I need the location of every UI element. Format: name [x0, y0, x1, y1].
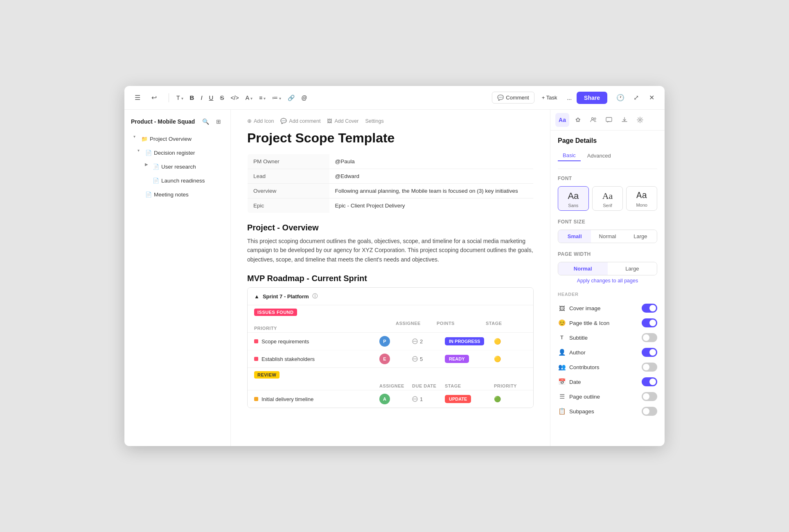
sprint-cols-review: ASSIGNEE DUE DATE STAGE PRIORITY: [248, 382, 533, 390]
width-large[interactable]: Large: [608, 262, 657, 275]
history-button[interactable]: 🕐: [614, 91, 627, 104]
more-button[interactable]: ...: [564, 93, 574, 103]
comment-icon: 💬: [497, 95, 504, 101]
width-normal[interactable]: Normal: [558, 262, 608, 275]
sidebar-item-user-research[interactable]: ▶ 📄 User research: [127, 160, 228, 173]
tab-download[interactable]: [618, 113, 631, 127]
list-button[interactable]: ≔: [270, 93, 284, 103]
text-type-button[interactable]: T: [174, 93, 186, 103]
bold-button[interactable]: B: [187, 92, 197, 103]
toggle-label-left: 🖼 Cover image: [558, 305, 601, 312]
toggle-contributors: 👥 Contributors: [558, 360, 657, 374]
info-table-row: Lead@Edward: [248, 169, 534, 184]
toggle-label-left: 😊 Page title & Icon: [558, 319, 609, 327]
link-button[interactable]: 🔗: [285, 93, 297, 103]
users-icon: [590, 117, 597, 123]
toggle-page-title-switch[interactable]: [642, 318, 657, 327]
toggle-contributors-switch[interactable]: [642, 363, 657, 372]
toggle-label-left: 📋 Subpages: [558, 408, 594, 415]
toggle-cover-image-switch[interactable]: [642, 304, 657, 313]
sprint-row: Initial delivery timeline A 1 UPDATE: [248, 390, 533, 408]
toggle-subpages-switch[interactable]: [642, 407, 657, 416]
menu-button[interactable]: ☰: [131, 91, 144, 104]
stage-badge: READY: [445, 355, 469, 363]
share-button[interactable]: Share: [577, 92, 607, 104]
apply-all-link[interactable]: Apply changes to all pages: [558, 278, 657, 284]
sprint-name: Sprint 7 - Platform: [263, 293, 309, 300]
collapse-icon[interactable]: ▲: [254, 293, 259, 300]
size-small[interactable]: Small: [558, 230, 591, 243]
search-icon[interactable]: 🔍: [200, 116, 211, 127]
toolbar-text-controls: T B I U S </> A ≡ ≔ 🔗 @: [174, 92, 489, 103]
italic-button[interactable]: I: [198, 92, 205, 103]
sidebar-item-meeting-notes[interactable]: 📄 Meeting notes: [127, 188, 228, 201]
main-area: Product - Mobile Squad 🔍 ⊞ ▾ 📁 Project O…: [124, 110, 665, 446]
tab-settings[interactable]: [633, 113, 647, 127]
underline-button[interactable]: U: [207, 92, 216, 103]
toggle-label: Author: [569, 349, 586, 356]
expand-button[interactable]: ⤢: [629, 91, 642, 104]
sprint-board: ▲ Sprint 7 - Platform ⓘ ISSUES FOUND ASS…: [247, 287, 534, 408]
toolbar: ☰ ↩ T B I U S </> A ≡ ≔: [124, 86, 665, 110]
font-option-sans[interactable]: Aa Sans: [558, 186, 589, 211]
task-dot-red: [254, 339, 258, 343]
points-icon: [412, 396, 418, 402]
subtab-basic[interactable]: Basic: [558, 150, 581, 161]
sprint-info-icon: ⓘ: [312, 293, 318, 300]
align-button[interactable]: ≡: [257, 93, 268, 103]
subtab-advanced[interactable]: Advanced: [582, 150, 616, 161]
comment-icon: 💬: [280, 118, 287, 124]
font-option-serif[interactable]: Aa Serif: [592, 186, 623, 211]
avatar: P: [379, 336, 390, 347]
comment-button[interactable]: 💬 Comment: [492, 92, 534, 104]
page-actions: ⊕ Add Icon 💬 Add comment 🖼 Add Cover Set…: [247, 118, 534, 124]
toggle-author-switch[interactable]: [642, 348, 657, 357]
settings-button[interactable]: Settings: [365, 118, 384, 124]
avatar: A: [379, 394, 390, 404]
chevron-down-icon: [264, 95, 266, 101]
add-comment-button[interactable]: 💬 Add comment: [280, 118, 320, 124]
tab-emoji[interactable]: ✿: [571, 113, 585, 127]
size-large[interactable]: Large: [624, 230, 657, 243]
info-key: Epic: [248, 198, 329, 213]
font-size-section-label: Font Size: [558, 219, 657, 225]
strike-button[interactable]: S: [217, 92, 226, 103]
page-icon: 📄: [153, 178, 159, 184]
size-normal[interactable]: Normal: [591, 230, 624, 243]
toggle-label: Page outline: [569, 394, 600, 400]
tab-font[interactable]: Aa: [555, 113, 569, 127]
font-option-mono[interactable]: Aa Mono: [626, 186, 657, 211]
section1-text: This project scoping document outlines t…: [247, 237, 534, 264]
toggle-label: Subpages: [569, 408, 594, 415]
mention-button[interactable]: @: [299, 93, 309, 103]
info-table-row: OverviewFollowing annual planning, the M…: [248, 184, 534, 198]
download-icon: [621, 117, 628, 123]
close-button[interactable]: ✕: [645, 91, 658, 104]
sidebar-item-launch-readiness[interactable]: 📄 Launch readiness: [127, 174, 228, 187]
code-button[interactable]: </>: [228, 93, 241, 103]
toggle-subtitle-switch[interactable]: [642, 333, 657, 342]
toggle-label: Page title & Icon: [569, 320, 609, 326]
add-cover-button[interactable]: 🖼 Add Cover: [327, 118, 358, 124]
svg-point-3: [416, 341, 417, 342]
info-table-row: PM Owner@Paula: [248, 154, 534, 169]
task-button[interactable]: + Task: [537, 92, 562, 103]
stage-badge: IN PROGRESS: [445, 337, 484, 345]
sidebar-item-project-overview[interactable]: ▾ 📁 Project Overview: [127, 132, 228, 145]
tab-users[interactable]: [586, 113, 600, 127]
sidebar-item-label: Project Overview: [150, 136, 192, 142]
info-key: Overview: [248, 184, 329, 198]
toggle-date-switch[interactable]: [642, 377, 657, 386]
add-icon-button[interactable]: ⊕ Add Icon: [247, 118, 274, 124]
back-button[interactable]: ↩: [147, 91, 160, 104]
color-button[interactable]: A: [243, 93, 255, 103]
sidebar-item-decision-register[interactable]: ▾ 📄 Decision register: [127, 146, 228, 159]
tab-chat[interactable]: [602, 113, 616, 127]
sprint-row: Scope requirements P 2 IN PROGRESS: [248, 333, 533, 350]
layout-icon[interactable]: ⊞: [213, 116, 224, 127]
toggle-page-outline-switch[interactable]: [642, 392, 657, 401]
font-section-label: Font: [558, 176, 657, 181]
toggle-label-left: ☰ Page outline: [558, 393, 600, 400]
svg-point-10: [415, 399, 415, 399]
date-icon: 📅: [558, 378, 566, 385]
